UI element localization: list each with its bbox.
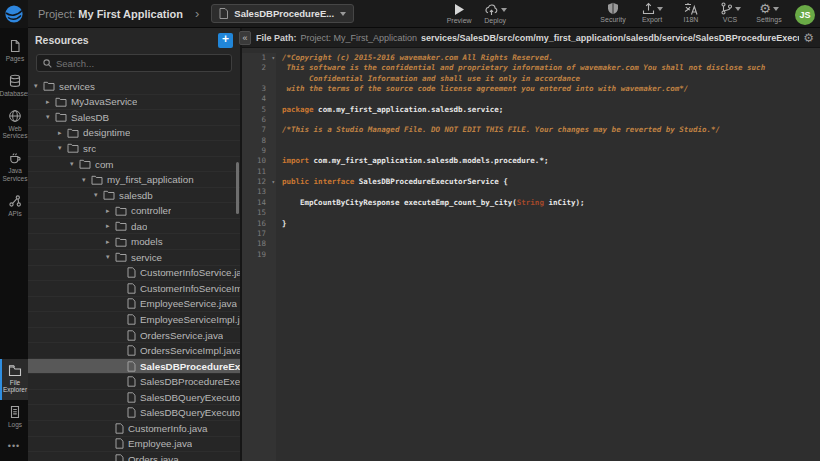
search-icon: [43, 59, 52, 68]
tree-folder-row[interactable]: ▸controller: [28, 203, 240, 219]
tree-item-label: MyJavaService: [71, 96, 137, 107]
rail-spacer: [0, 224, 28, 359]
sidebar-item-java-services[interactable]: Java Services: [0, 146, 28, 189]
fold-toggle-icon[interactable]: ▾: [271, 53, 275, 63]
code-content[interactable]: /*Copyright (c) 2015-2016 wavemaker.com …: [276, 53, 820, 461]
tree-folder-row[interactable]: ▾services: [28, 79, 240, 95]
add-resource-button[interactable]: +: [218, 33, 233, 48]
tree-file-row[interactable]: Orders.java: [28, 452, 240, 461]
chevron-right-icon[interactable]: ▸: [106, 238, 115, 246]
tree-folder-row[interactable]: ▸dao: [28, 219, 240, 235]
folder-icon: [115, 252, 127, 262]
topbar-center-actions: Preview Deploy: [446, 3, 508, 24]
chevron-down-icon[interactable]: ▾: [58, 144, 67, 152]
i18n-label: I18N: [684, 16, 699, 23]
gear-icon: ⚙: [759, 2, 771, 15]
line-number: 6: [242, 115, 276, 125]
chevron-right-icon[interactable]: ▸: [46, 98, 55, 106]
chevron-right-icon[interactable]: ▸: [106, 207, 115, 215]
line-number: 3: [242, 84, 276, 94]
code-token-plain: com.my_first_application.salesdb.service…: [314, 105, 504, 114]
tree-folder-row[interactable]: ▾salesdb: [28, 188, 240, 204]
file-tree: ▾services▸MyJavaService▾SalesDB▸designti…: [28, 75, 240, 461]
deploy-button[interactable]: Deploy: [482, 3, 508, 24]
code-token-comment: with the terms of the source code licens…: [282, 84, 688, 93]
file-path-bar: File Path: Project: My_First_Application…: [242, 28, 820, 48]
collapse-panel-button[interactable]: «: [239, 31, 251, 45]
chevron-down-icon[interactable]: ▾: [94, 191, 103, 199]
security-shield-icon: [607, 2, 619, 15]
tree-folder-row[interactable]: ▸models: [28, 234, 240, 250]
chevron-right-icon[interactable]: ▸: [106, 222, 115, 230]
code-line: Confidential Information and shall use i…: [282, 74, 820, 84]
preview-button[interactable]: Preview: [446, 3, 472, 24]
tree-file-row[interactable]: EmployeeService.java: [28, 297, 240, 313]
tree-file-row[interactable]: OrdersServiceImpl.java: [28, 343, 240, 359]
settings-button[interactable]: ⚙ Settings: [756, 2, 782, 23]
vcs-button[interactable]: VCS: [717, 2, 743, 23]
more-button[interactable]: •••: [0, 435, 28, 461]
code-line: [282, 167, 820, 177]
code-editor[interactable]: 1▾23456789101112▾13141516171819 /*Copyri…: [242, 48, 820, 461]
tree-file-row[interactable]: OrdersService.java: [28, 328, 240, 344]
tree-file-row[interactable]: CustomerInfo.java: [28, 421, 240, 437]
i18n-button[interactable]: I18N: [678, 2, 704, 23]
user-avatar[interactable]: JS: [795, 5, 815, 25]
sidebar-item-databases[interactable]: Databases: [0, 69, 28, 104]
tree-file-row[interactable]: Employee.java: [28, 437, 240, 453]
tree-folder-row[interactable]: ▾SalesDB: [28, 110, 240, 126]
code-line: EmpCountByCityResponse executeEmp_count_…: [282, 198, 820, 208]
code-token-type: String: [517, 198, 544, 207]
chevron-down-icon[interactable]: ▾: [46, 113, 55, 121]
tree-folder-row[interactable]: ▾com: [28, 157, 240, 173]
line-number: 11: [242, 167, 276, 177]
code-line: [282, 229, 820, 239]
tree-item-label: SalesDBQueryExecutorService.java: [140, 392, 240, 403]
sidebar-item-label: Java Services: [2, 167, 28, 183]
editor-gear-icon[interactable]: ⚙: [803, 31, 814, 45]
export-button[interactable]: Export: [639, 2, 665, 23]
tree-folder-row[interactable]: ▾service: [28, 250, 240, 266]
search-input[interactable]: [56, 58, 225, 69]
tree-item-label: SalesDBProcedureExecutorServiceImpl.java: [140, 376, 240, 387]
tree-file-row[interactable]: SalesDBQueryExecutorServiceImpl.java: [28, 405, 240, 421]
code-line: [282, 115, 820, 125]
chevron-right-icon[interactable]: ▸: [58, 129, 67, 137]
code-line: [282, 250, 820, 260]
chevron-down-icon[interactable]: ▾: [34, 82, 43, 90]
file-icon: [127, 298, 136, 309]
open-file-selector[interactable]: SalesDBProcedureE...: [211, 4, 354, 23]
chevron-down-icon[interactable]: ▾: [82, 176, 91, 184]
tree-file-row[interactable]: CustomerInfoService.java: [28, 266, 240, 282]
chevron-down-icon[interactable]: ▾: [70, 160, 79, 168]
sidebar-item-apis[interactable]: APIs: [0, 189, 28, 224]
tree-file-row[interactable]: CustomerInfoServiceImpl.java: [28, 281, 240, 297]
project-breadcrumb: Project:My First Application: [38, 8, 183, 20]
tree-file-row[interactable]: EmployeeServiceImpl.java: [28, 312, 240, 328]
tree-file-row[interactable]: SalesDBProcedureExecutorServiceImpl.java: [28, 374, 240, 390]
code-token-comment: Confidential Information and shall use i…: [282, 74, 580, 83]
code-line: [282, 136, 820, 146]
tree-scrollbar[interactable]: [236, 162, 239, 214]
tree-folder-row[interactable]: ▸MyJavaService: [28, 95, 240, 111]
chevron-down-icon[interactable]: ▾: [106, 253, 115, 261]
tree-folder-row[interactable]: ▾my_first_application: [28, 172, 240, 188]
code-token-plain: com.my_first_application.salesdb.models.…: [309, 156, 548, 165]
fold-toggle-icon[interactable]: ▾: [271, 177, 275, 187]
code-token-keyword: public interface: [282, 177, 354, 186]
tree-file-row[interactable]: SalesDBQueryExecutorService.java: [28, 390, 240, 406]
tree-folder-row[interactable]: ▾src: [28, 141, 240, 157]
sidebar-item-file-explorer[interactable]: File Explorer: [0, 359, 28, 401]
wavemaker-logo[interactable]: [0, 0, 28, 28]
web-services-icon: [8, 109, 22, 123]
sidebar-item-web-services[interactable]: Web Services: [0, 104, 28, 147]
sidebar-item-pages[interactable]: Pages: [0, 34, 28, 69]
tree-folder-row[interactable]: ▸designtime: [28, 126, 240, 142]
tree-item-label: services: [59, 81, 95, 92]
code-token-keyword: import: [282, 156, 309, 165]
sidebar-item-logs[interactable]: Logs: [0, 400, 28, 435]
tree-file-row[interactable]: SalesDBProcedureExecutorService.java: [28, 359, 240, 375]
line-number: 16: [242, 219, 276, 229]
code-line: [282, 94, 820, 104]
security-button[interactable]: Security: [600, 2, 626, 23]
